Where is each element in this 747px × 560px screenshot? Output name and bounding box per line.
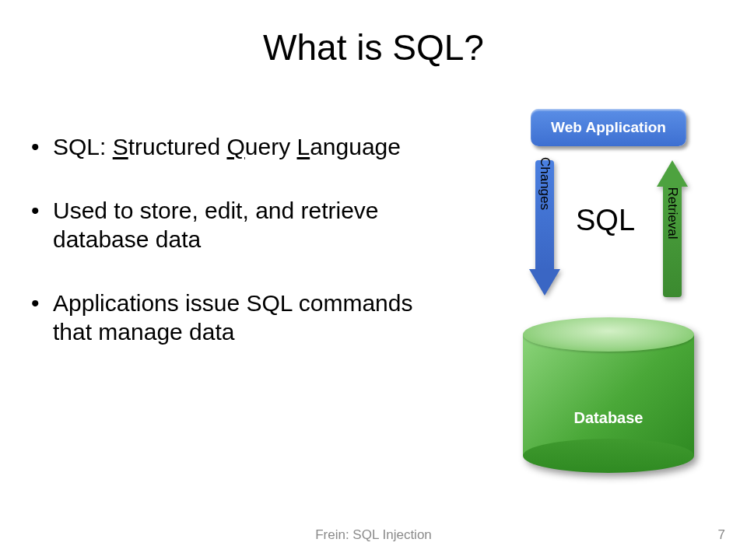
sql-label: SQL <box>576 204 635 237</box>
bullet-item-2: Used to store, edit, and retrieve databa… <box>31 196 451 254</box>
database-label: Database <box>523 409 694 427</box>
slide-title: What is SQL? <box>0 26 747 68</box>
footer-source: Frein: SQL Injection <box>0 527 747 543</box>
database-cylinder-icon: Database <box>523 317 694 473</box>
web-application-box: Web Application <box>531 109 686 146</box>
diagram: Web Application Changes SQL Retrieval Da… <box>492 109 725 482</box>
retrieval-arrow-up-icon: Retrieval <box>657 160 688 297</box>
bullet-item-3: Applications issue SQL commands that man… <box>31 289 451 347</box>
footer-page-number: 7 <box>718 527 725 543</box>
slide: What is SQL? SQL: Structured Query Langu… <box>0 0 747 560</box>
bullet-list: SQL: Structured Query Language Used to s… <box>31 132 451 381</box>
changes-label: Changes <box>537 157 552 210</box>
retrieval-label: Retrieval <box>665 187 680 239</box>
changes-arrow-down-icon: Changes <box>529 160 560 297</box>
bullet-item-1: SQL: Structured Query Language <box>31 132 451 162</box>
